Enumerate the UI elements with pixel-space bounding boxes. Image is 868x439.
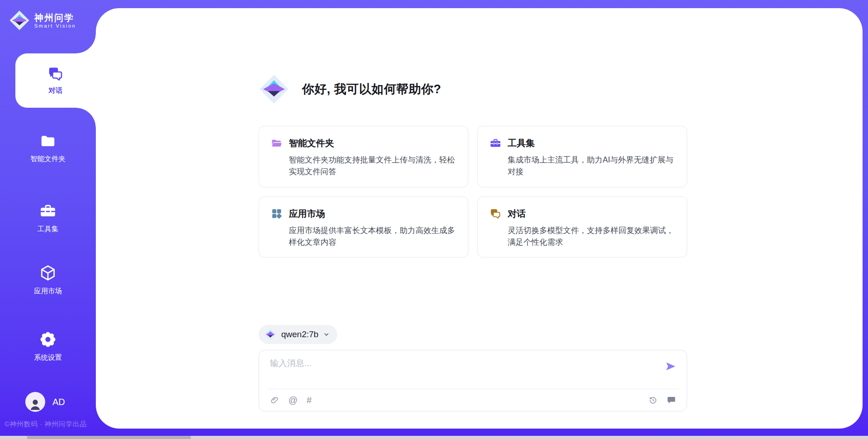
card-title: 对话 xyxy=(508,208,526,220)
greeting-title: 你好, 我可以如何帮助你? xyxy=(302,81,441,97)
user-name: AD xyxy=(52,397,65,407)
hash-icon[interactable]: # xyxy=(307,396,311,405)
model-name: qwen2:7b xyxy=(281,329,318,339)
cube-icon xyxy=(39,264,57,282)
chat-bubbles-icon xyxy=(47,66,64,82)
card-title: 智能文件夹 xyxy=(289,137,334,149)
gem-logo-icon xyxy=(259,74,289,105)
sidebar-item-label: 系统设置 xyxy=(34,353,62,363)
history-icon[interactable] xyxy=(648,396,658,405)
person-icon xyxy=(28,396,43,412)
toolbox-icon xyxy=(39,203,57,220)
paperclip-icon[interactable] xyxy=(270,396,279,405)
sidebar-item-smart-folder[interactable]: 智能文件夹 xyxy=(0,133,96,164)
sidebar-item-settings[interactable]: 系统设置 xyxy=(0,330,96,363)
card-description: 集成市场上主流工具，助力AI与外界无缝扩展与对接 xyxy=(508,154,675,178)
folder-icon xyxy=(39,133,57,150)
toolbox-icon xyxy=(490,138,501,149)
card-smart-folder[interactable]: 智能文件夹 智能文件夹功能支持批量文件上传与清洗，轻松实现文件问答 xyxy=(259,126,468,187)
send-button[interactable] xyxy=(664,360,677,373)
sidebar: 神州问学 Smart Vision 对话 智能文件夹 工具集 应用市场 xyxy=(0,0,96,439)
card-description: 智能文件夹功能支持批量文件上传与清洗，轻松实现文件问答 xyxy=(289,154,456,178)
card-description: 灵活切换多模型文件，支持多样回复效果调试，满足个性化需求 xyxy=(508,224,675,248)
sidebar-item-chat[interactable]: 对话 xyxy=(15,53,96,108)
card-description: 应用市场提供丰富长文本模板，助力高效生成多样化文章内容 xyxy=(289,224,456,248)
card-app-market[interactable]: 应用市场 应用市场提供丰富长文本模板，助力高效生成多样化文章内容 xyxy=(259,196,468,258)
composer: qwen2:7b @ # xyxy=(259,325,687,411)
sidebar-item-toolset[interactable]: 工具集 xyxy=(0,203,96,234)
send-paper-plane-icon xyxy=(665,360,677,372)
greeting-block: 你好, 我可以如何帮助你? xyxy=(259,74,441,105)
model-selector[interactable]: qwen2:7b xyxy=(259,325,337,344)
folder-open-icon xyxy=(271,138,283,149)
card-toolset[interactable]: 工具集 集成市场上主流工具，助力AI与外界无缝扩展与对接 xyxy=(477,126,687,187)
sidebar-item-app-market[interactable]: 应用市场 xyxy=(0,264,96,296)
scrollbar-thumb[interactable] xyxy=(27,436,191,439)
horizontal-scrollbar[interactable] xyxy=(0,436,868,439)
sidebar-item-label: 智能文件夹 xyxy=(30,154,66,164)
chat-bubble-icon[interactable] xyxy=(667,396,676,405)
brand-name-cn: 神州问学 xyxy=(34,13,76,23)
feature-cards: 智能文件夹 智能文件夹功能支持批量文件上传与清洗，轻松实现文件问答 工具集 集成… xyxy=(259,126,687,258)
copyright-footer: ©神州数码 · 神州问学出品 xyxy=(5,420,86,429)
card-title: 应用市场 xyxy=(289,208,325,220)
card-title: 工具集 xyxy=(508,137,535,149)
gem-logo-icon xyxy=(264,328,277,341)
gear-icon xyxy=(39,330,57,348)
message-input-card: @ # xyxy=(259,350,687,411)
avatar xyxy=(25,392,45,412)
sidebar-item-label: 工具集 xyxy=(38,224,59,234)
gem-logo-icon xyxy=(9,10,30,31)
brand-logo: 神州问学 Smart Vision xyxy=(9,10,76,31)
composer-toolbar: @ # xyxy=(267,389,679,411)
card-chat[interactable]: 对话 灵活切换多模型文件，支持多样回复效果调试，满足个性化需求 xyxy=(477,196,687,258)
at-icon[interactable]: @ xyxy=(288,396,297,405)
app-grid-icon xyxy=(271,208,283,220)
chevron-down-icon xyxy=(323,331,330,338)
sidebar-item-label: 对话 xyxy=(49,86,63,95)
chat-bubbles-icon xyxy=(490,208,501,220)
brand-name-en: Smart Vision xyxy=(34,23,76,29)
user-profile[interactable]: AD xyxy=(25,392,65,412)
sidebar-item-label: 应用市场 xyxy=(34,286,62,296)
main-panel: 你好, 我可以如何帮助你? 智能文件夹 智能文件夹功能支持批量文件上传与清洗，轻… xyxy=(96,8,863,429)
message-input[interactable] xyxy=(270,358,655,384)
